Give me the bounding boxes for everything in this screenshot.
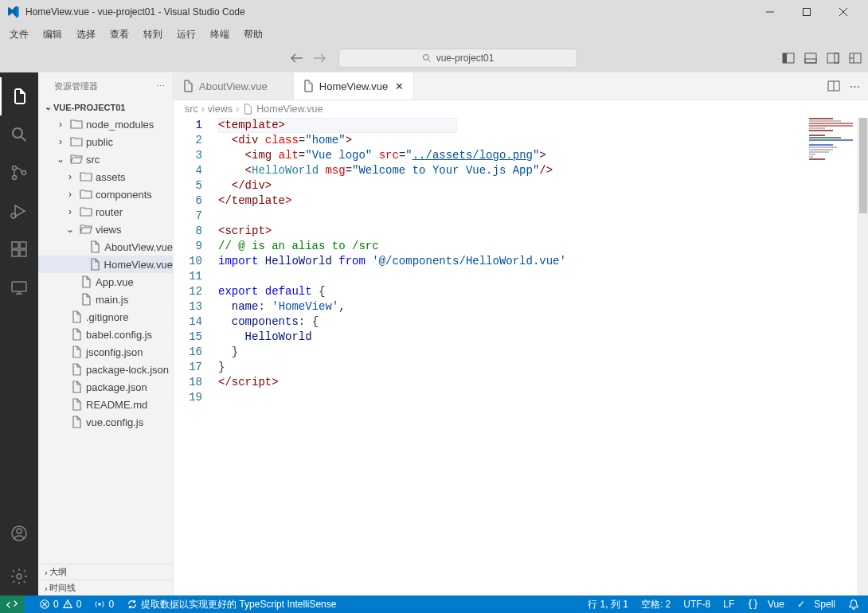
activity-accounts[interactable] [0, 514, 38, 552]
menu-help[interactable]: 帮助 [237, 26, 269, 43]
tree-item-label: babel.config.js [86, 329, 152, 341]
svg-rect-15 [12, 250, 18, 256]
split-editor-icon[interactable] [827, 80, 840, 92]
tree-item[interactable]: HomeView.vue [38, 256, 173, 273]
chevron-right-icon: › [64, 189, 76, 200]
activity-search[interactable] [0, 115, 38, 154]
titlebar: HomeView.vue - vue-project01 - Visual St… [0, 0, 868, 24]
breadcrumbs[interactable]: src › views › HomeView.vue [174, 100, 868, 118]
menu-file[interactable]: 文件 [3, 26, 35, 43]
remote-indicator[interactable] [0, 595, 24, 613]
tree-item[interactable]: package.json [38, 378, 173, 396]
status-spell[interactable]: ✓ Spell [795, 598, 838, 611]
toggle-sidebar-icon[interactable] [782, 52, 795, 64]
activity-explorer[interactable] [0, 77, 38, 115]
tree-item-label: assets [96, 171, 126, 183]
search-text: vue-project01 [436, 53, 495, 64]
chevron-down-icon: ⌄ [54, 154, 67, 165]
chevron-down-icon: ⌄ [45, 102, 52, 112]
status-encoding[interactable]: UTF-8 [681, 598, 713, 611]
tree-item[interactable]: package-lock.json [38, 361, 173, 378]
breadcrumb-item[interactable]: src [185, 103, 198, 115]
radio-icon [94, 599, 105, 610]
tree-item[interactable]: ⌄views [38, 221, 173, 238]
tree-item[interactable]: ›router [38, 203, 173, 221]
status-ports[interactable]: 0 [92, 599, 116, 610]
sidebar-more-icon[interactable]: ⋯ [156, 81, 165, 92]
scrollbar-vertical[interactable] [857, 118, 868, 595]
tabbar: AboutView.vue ✕ HomeView.vue ✕ ⋯ [174, 72, 868, 100]
minimize-button[interactable] [752, 0, 788, 24]
close-icon[interactable]: ✕ [393, 80, 405, 92]
tree-item-label: vue.config.js [86, 416, 143, 428]
timeline-section[interactable]: › 时间线 [38, 580, 173, 595]
nav-back-icon[interactable] [291, 52, 303, 64]
tree-item[interactable]: ⌄src [38, 150, 173, 168]
svg-point-10 [13, 166, 17, 170]
svg-point-24 [99, 603, 102, 606]
code-content[interactable]: <template> <div class="home"> <img alt="… [218, 118, 868, 595]
status-ts-hint[interactable]: 提取数据以实现更好的 TypeScript IntelliSense [124, 598, 338, 611]
status-indent[interactable]: 空格: 2 [639, 598, 673, 611]
minimap[interactable] [809, 118, 857, 158]
nav-arrows [291, 52, 326, 64]
code-editor[interactable]: 12345678910111213141516171819 <template>… [174, 118, 868, 595]
command-center-search[interactable]: vue-project01 [338, 49, 577, 68]
tree-item[interactable]: ›components [38, 185, 173, 203]
activity-settings[interactable] [0, 557, 38, 595]
menu-run[interactable]: 运行 [170, 26, 202, 43]
tree-item[interactable]: babel.config.js [38, 326, 173, 343]
breadcrumb-item[interactable]: HomeView.vue [256, 103, 323, 115]
window-controls [752, 0, 862, 24]
tree-item[interactable]: main.js [38, 291, 173, 308]
project-name: VUE-PROJECT01 [53, 103, 125, 112]
customize-layout-icon[interactable] [849, 52, 862, 64]
bell-icon [848, 599, 859, 610]
status-problems[interactable]: 0 0 [37, 599, 84, 610]
tab-homeview[interactable]: HomeView.vue ✕ [294, 72, 414, 100]
more-actions-icon[interactable]: ⋯ [850, 80, 860, 92]
menu-go[interactable]: 转到 [137, 26, 169, 43]
explorer-section-header[interactable]: ⌄ VUE-PROJECT01 [38, 100, 173, 114]
menu-terminal[interactable]: 终端 [204, 26, 236, 43]
menu-edit[interactable]: 编辑 [37, 26, 68, 43]
menu-view[interactable]: 查看 [104, 26, 135, 43]
tree-item-label: node_modules [86, 119, 154, 131]
activity-remote[interactable] [0, 268, 38, 306]
status-eol[interactable]: LF [721, 598, 737, 611]
toggle-secondary-icon[interactable] [827, 52, 839, 64]
tree-item[interactable]: .gitignore [38, 308, 173, 326]
menu-selection[interactable]: 选择 [70, 26, 102, 43]
tree-item[interactable]: ›node_modules [38, 115, 173, 133]
tree-item[interactable]: jsconfig.json [38, 343, 173, 361]
file-tree: ›node_modules›public⌄src›assets›componen… [38, 114, 173, 564]
tabbar-actions: ⋯ [819, 72, 868, 100]
status-feedback[interactable] [846, 598, 862, 611]
svg-point-12 [22, 171, 26, 175]
tree-item[interactable]: ›public [38, 133, 173, 150]
activity-extensions[interactable] [0, 230, 38, 268]
sidebar: 资源管理器 ⋯ ⌄ VUE-PROJECT01 ›node_modules›pu… [38, 72, 174, 595]
tree-item-label: .gitignore [86, 311, 128, 323]
tree-item-label: AboutView.vue [104, 241, 173, 253]
tree-item[interactable]: AboutView.vue [38, 238, 173, 256]
tree-item[interactable]: App.vue [38, 273, 173, 291]
tree-item[interactable]: vue.config.js [38, 413, 173, 431]
error-icon [39, 599, 50, 610]
nav-forward-icon[interactable] [313, 52, 326, 64]
activity-scm[interactable] [0, 154, 38, 192]
status-language[interactable]: {} Vue [745, 598, 787, 611]
main-area: 资源管理器 ⋯ ⌄ VUE-PROJECT01 ›node_modules›pu… [0, 72, 868, 595]
scrollbar-thumb[interactable] [859, 118, 867, 213]
tab-aboutview[interactable]: AboutView.vue ✕ [174, 72, 294, 100]
breadcrumb-item[interactable]: views [208, 103, 233, 115]
tree-item[interactable]: ›assets [38, 168, 173, 185]
toggle-panel-icon[interactable] [804, 52, 817, 64]
status-line-col[interactable]: 行 1, 列 1 [585, 598, 631, 611]
tree-item[interactable]: README.md [38, 396, 173, 413]
maximize-button[interactable] [788, 0, 825, 24]
activity-debug[interactable] [0, 192, 38, 230]
layout-controls [782, 52, 862, 64]
close-button[interactable] [825, 0, 862, 24]
outline-section[interactable]: › 大纲 [38, 564, 173, 580]
